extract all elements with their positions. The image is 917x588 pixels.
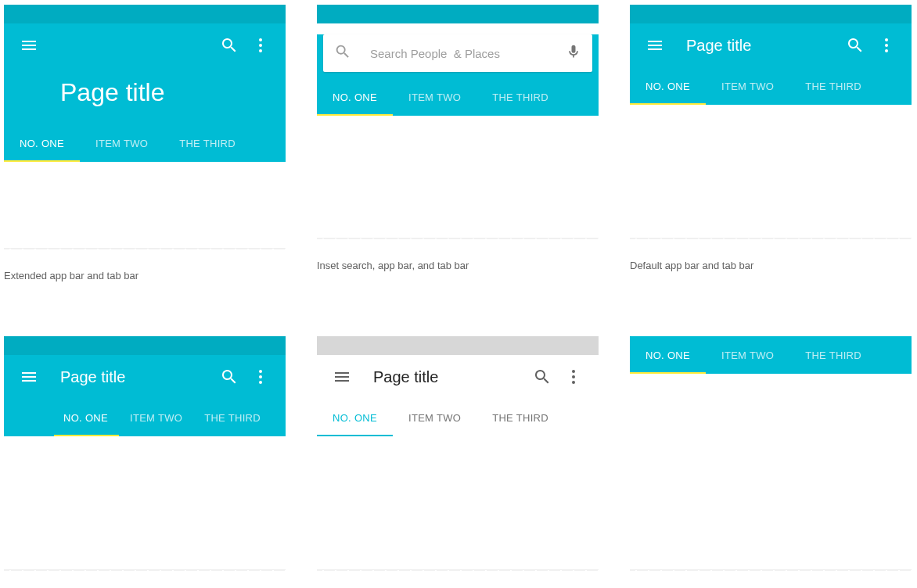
caption: Default app bar and tab bar	[630, 260, 912, 271]
search-icon	[334, 43, 351, 63]
page-title: Page title	[686, 37, 751, 55]
tab-three[interactable]: THE THIRD	[476, 399, 564, 436]
tab-two[interactable]: ITEM TWO	[80, 124, 164, 162]
tab-one[interactable]: NO. ONE	[4, 399, 119, 436]
svg-point-10	[572, 375, 575, 378]
search-icon[interactable]	[214, 30, 245, 61]
tab-two[interactable]: ITEM TWO	[706, 336, 789, 374]
page-title: Page title	[60, 368, 125, 386]
tab-bar: NO. ONE ITEM TWO THE THIRD	[630, 67, 912, 105]
search-icon[interactable]	[214, 361, 245, 393]
tab-two[interactable]: ITEM TWO	[393, 78, 476, 116]
tab-three[interactable]: THE THIRD	[476, 78, 564, 116]
status-bar	[630, 5, 912, 23]
app-bar: Page title NO. ONE ITEM TWO THE THIRD	[4, 355, 286, 436]
app-bar: Page title NO. ONE ITEM TWO THE THIRD	[630, 23, 912, 105]
svg-point-4	[885, 44, 888, 47]
app-bar: NO. ONE ITEM TWO THE THIRD	[317, 34, 599, 116]
menu-icon[interactable]	[13, 361, 45, 393]
app-bar: NO. ONE ITEM TWO THE THIRD	[630, 336, 912, 374]
tab-two[interactable]: ITEM TWO	[393, 399, 476, 436]
search-input[interactable]	[370, 47, 566, 60]
menu-icon[interactable]	[326, 361, 358, 393]
tab-two[interactable]: ITEM TWO	[706, 67, 789, 105]
svg-point-2	[259, 49, 262, 52]
menu-icon[interactable]	[13, 30, 45, 61]
example-inset-search: NO. ONE ITEM TWO THE THIRD Inset search,…	[317, 5, 599, 281]
svg-point-5	[885, 49, 888, 52]
example-light-theme: Page title NO. ONE ITEM TWO THE THIRD	[317, 336, 599, 588]
caption: Inset search, app bar, and tab bar	[317, 260, 599, 271]
example-scrollable-tabs: Page title NO. ONE ITEM TWO THE THIRD	[4, 336, 286, 588]
search-box[interactable]	[323, 34, 592, 72]
content-area	[317, 116, 599, 247]
status-bar	[317, 5, 599, 23]
tab-bar: NO. ONE ITEM TWO THE THIRD	[317, 78, 599, 116]
svg-point-3	[885, 38, 888, 41]
tab-three[interactable]: THE THIRD	[789, 336, 877, 374]
tab-one[interactable]: NO. ONE	[317, 399, 393, 436]
app-bar: Page title NO. ONE ITEM TWO THE THIRD	[317, 355, 599, 436]
search-icon[interactable]	[840, 30, 871, 61]
example-extended-appbar: Page title NO. ONE ITEM TWO THE THIRD Ex…	[4, 5, 286, 281]
content-area	[630, 105, 912, 247]
menu-icon[interactable]	[639, 30, 671, 61]
tab-bar: NO. ONE ITEM TWO THE THIRD	[630, 336, 912, 374]
tab-one[interactable]: NO. ONE	[317, 78, 393, 116]
tab-bar: NO. ONE ITEM TWO THE THIRD	[317, 399, 599, 436]
tab-one[interactable]: NO. ONE	[630, 67, 706, 105]
more-icon[interactable]	[558, 361, 589, 393]
example-locked-tabs: NO. ONE ITEM TWO THE THIRD Tab bar locke…	[630, 336, 912, 588]
svg-point-9	[572, 370, 575, 373]
content-area	[630, 374, 912, 579]
page-title: Page title	[373, 368, 438, 386]
page-title: Page title	[4, 67, 286, 124]
status-bar	[4, 336, 286, 355]
svg-point-6	[259, 370, 262, 373]
svg-point-11	[572, 381, 575, 384]
svg-point-8	[259, 381, 262, 384]
status-bar	[4, 5, 286, 23]
caption: Extended app bar and tab bar	[4, 270, 286, 281]
svg-point-0	[259, 38, 262, 41]
tab-bar: NO. ONE ITEM TWO THE THIRD	[4, 124, 286, 162]
tab-three[interactable]: THE THIRD	[789, 67, 877, 105]
tab-one[interactable]: NO. ONE	[4, 124, 80, 162]
tab-two[interactable]: ITEM TWO	[119, 399, 193, 436]
svg-point-1	[259, 44, 262, 47]
tab-three[interactable]: THE THIRD	[193, 399, 272, 436]
tab-bar: NO. ONE ITEM TWO THE THIRD	[4, 399, 286, 436]
example-default-appbar: Page title NO. ONE ITEM TWO THE THIRD	[630, 5, 912, 281]
content-area	[4, 436, 286, 579]
more-icon[interactable]	[245, 361, 276, 393]
content-area	[317, 436, 599, 579]
tab-three[interactable]: THE THIRD	[164, 124, 251, 162]
status-bar	[317, 336, 599, 355]
search-icon[interactable]	[527, 361, 558, 393]
content-area	[4, 162, 286, 257]
mic-icon[interactable]	[566, 44, 581, 63]
svg-point-7	[259, 375, 262, 378]
app-bar: Page title NO. ONE ITEM TWO THE THIRD	[4, 23, 286, 162]
tab-one[interactable]: NO. ONE	[630, 336, 706, 374]
more-icon[interactable]	[245, 30, 276, 61]
more-icon[interactable]	[871, 30, 902, 61]
